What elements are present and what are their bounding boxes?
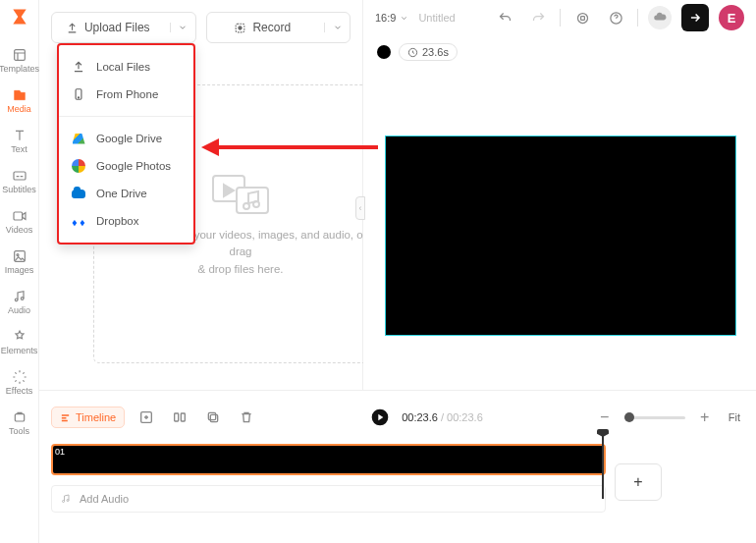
upload-files-button[interactable]: Upload Files bbox=[51, 12, 196, 43]
add-track-button[interactable]: + bbox=[615, 463, 662, 501]
rail-label: Audio bbox=[8, 306, 30, 315]
google-photos-icon bbox=[71, 158, 86, 174]
menu-one-drive[interactable]: One Drive bbox=[59, 180, 193, 207]
add-audio-label: Add Audio bbox=[80, 493, 129, 505]
svg-rect-0 bbox=[14, 50, 25, 61]
upload-dropdown-toggle[interactable] bbox=[170, 23, 195, 32]
timeline-tab[interactable]: Timeline bbox=[51, 407, 125, 428]
zoom-in-button[interactable]: + bbox=[693, 406, 717, 429]
left-rail: Templates Media Text Subtitles Videos Im… bbox=[0, 0, 39, 543]
dropbox-icon: ⬧⬧ bbox=[71, 213, 86, 229]
zoom-control: − + Fit bbox=[593, 406, 744, 429]
rail-elements[interactable]: Elements bbox=[2, 325, 37, 359]
help-button[interactable] bbox=[604, 6, 627, 29]
chevron-down-icon bbox=[400, 14, 408, 23]
audio-icon bbox=[60, 493, 72, 505]
preview-canvas[interactable] bbox=[385, 136, 736, 336]
svg-rect-26 bbox=[209, 412, 216, 419]
svg-marker-17 bbox=[201, 138, 219, 156]
upload-icon bbox=[71, 59, 86, 75]
add-audio-track[interactable]: Add Audio bbox=[51, 485, 606, 513]
zoom-out-button[interactable]: − bbox=[593, 406, 617, 429]
rail-subtitles[interactable]: Subtitles bbox=[2, 164, 37, 198]
clip-duration: 23.6s bbox=[399, 43, 458, 61]
redo-button[interactable] bbox=[526, 6, 550, 29]
menu-dropbox[interactable]: ⬧⬧ Dropbox bbox=[59, 207, 193, 235]
svg-point-9 bbox=[239, 26, 242, 28]
rail-label: Text bbox=[11, 145, 27, 154]
dropzone-icon bbox=[211, 170, 270, 215]
menu-local-files[interactable]: Local Files bbox=[59, 53, 193, 81]
svg-rect-19 bbox=[580, 16, 584, 20]
menu-label: One Drive bbox=[96, 188, 147, 199]
rail-effects[interactable]: Effects bbox=[2, 365, 37, 400]
time-display: 00:23.6 / 00:23.6 bbox=[402, 411, 483, 423]
menu-label: Dropbox bbox=[96, 215, 138, 227]
rail-templates[interactable]: Templates bbox=[2, 43, 37, 78]
divider bbox=[637, 9, 638, 27]
timeline-toolbar: Timeline 00:23.6 / 00:23.6 − + Fit bbox=[39, 391, 756, 444]
menu-label: Google Drive bbox=[96, 133, 162, 144]
rail-tools[interactable]: Tools bbox=[2, 406, 37, 440]
rail-label: Effects bbox=[6, 387, 32, 396]
svg-rect-11 bbox=[237, 188, 268, 213]
record-label: Record bbox=[252, 21, 291, 34]
menu-label: Google Photos bbox=[96, 160, 171, 172]
menu-label: From Phone bbox=[96, 88, 158, 100]
clip-thumbnail bbox=[377, 45, 391, 59]
media-toolbar: Upload Files Record bbox=[39, 0, 362, 43]
delete-button[interactable] bbox=[235, 406, 258, 429]
phone-icon bbox=[71, 86, 86, 102]
svg-rect-25 bbox=[211, 414, 218, 421]
ratio-value: 16:9 bbox=[375, 12, 396, 24]
menu-label: Local Files bbox=[96, 61, 150, 73]
split-button[interactable] bbox=[168, 406, 191, 429]
svg-rect-2 bbox=[14, 212, 23, 220]
svg-point-15 bbox=[78, 97, 79, 98]
timeline-icon bbox=[60, 412, 71, 423]
record-button[interactable]: Record bbox=[206, 12, 351, 43]
rail-audio[interactable]: Audio bbox=[2, 285, 37, 319]
svg-point-5 bbox=[15, 299, 18, 301]
rail-media[interactable]: Media bbox=[2, 83, 37, 118]
history-button[interactable] bbox=[570, 6, 594, 29]
rail-images[interactable]: Images bbox=[2, 244, 37, 279]
menu-from-phone[interactable]: From Phone bbox=[59, 81, 193, 108]
panel-collapse-handle[interactable]: ‹ bbox=[355, 196, 365, 220]
app-logo bbox=[9, 6, 30, 27]
svg-point-4 bbox=[17, 254, 19, 256]
annotation-arrow bbox=[201, 136, 378, 159]
menu-google-photos[interactable]: Google Photos bbox=[59, 152, 193, 180]
undo-button[interactable] bbox=[493, 6, 516, 29]
rail-label: Tools bbox=[9, 427, 29, 436]
rail-videos[interactable]: Videos bbox=[2, 204, 37, 239]
video-track-clip[interactable]: 01 bbox=[51, 444, 606, 475]
add-media-button[interactable] bbox=[135, 406, 158, 429]
play-button[interactable] bbox=[368, 406, 392, 429]
chevron-down-icon bbox=[333, 23, 343, 32]
svg-rect-24 bbox=[182, 413, 186, 421]
zoom-fit-button[interactable]: Fit bbox=[725, 409, 744, 425]
record-icon bbox=[234, 22, 246, 34]
onedrive-icon bbox=[71, 186, 86, 201]
rail-text[interactable]: Text bbox=[2, 124, 37, 158]
svg-rect-23 bbox=[175, 413, 179, 421]
export-button[interactable] bbox=[681, 4, 709, 31]
rail-label: Elements bbox=[1, 347, 38, 355]
upload-label: Upload Files bbox=[84, 21, 150, 34]
playhead[interactable] bbox=[602, 436, 604, 499]
zoom-slider[interactable] bbox=[624, 416, 685, 419]
rail-label: Videos bbox=[6, 226, 32, 235]
user-avatar[interactable]: E bbox=[719, 5, 744, 30]
clock-icon bbox=[407, 47, 418, 58]
menu-google-drive[interactable]: Google Drive bbox=[59, 125, 193, 152]
clip-chip[interactable]: 23.6s bbox=[377, 43, 458, 61]
copy-button[interactable] bbox=[201, 406, 225, 429]
project-title-input[interactable]: Untitled bbox=[418, 12, 455, 24]
record-dropdown-toggle[interactable] bbox=[324, 23, 350, 32]
google-drive-icon bbox=[71, 131, 86, 146]
aspect-ratio-select[interactable]: 16:9 bbox=[375, 12, 408, 24]
upload-source-menu: Local Files From Phone Google Drive Goog… bbox=[57, 43, 195, 244]
cloud-sync-button[interactable] bbox=[648, 6, 672, 29]
svg-rect-7 bbox=[15, 414, 24, 421]
